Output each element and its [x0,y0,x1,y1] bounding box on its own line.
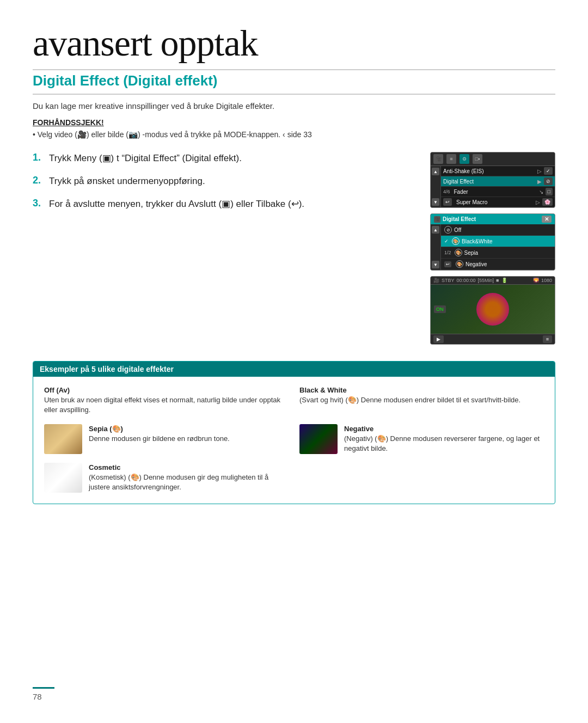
de-page-num: 1/2 [444,250,451,255]
cam-icon-mode: □▪ [473,154,482,164]
page-number: 78 [33,687,54,701]
de-negative-icon: 🎨 [456,260,463,268]
de-header: 🎥 Digital Effect ✕ [431,214,555,224]
cam-preview-mode: STBY [442,278,455,283]
cam-row-fader-page: 4/6 [443,189,450,194]
cam-preview-play-btn[interactable]: ▶ [433,335,444,343]
de-close-btn[interactable]: ✕ [542,216,552,223]
example-bw: Black & White (Svart og hvit) (🎨) Denne … [299,385,544,415]
cam-row-antishake-label: Anti-Shake (EIS) [443,168,535,174]
cam-down-arrow[interactable]: ▼ [432,198,439,206]
cam-row-fader-value: □ [546,188,553,195]
de-back-btn: ↩ [444,261,451,267]
example-off-text: Off (Av) Uten bruk av noen digital effek… [44,385,289,415]
page-subtitle: Digital Effect (Digital effekt) [33,72,555,95]
cam-row-antishake: Anti-Shake (EIS) ▷ ✓ [441,166,555,176]
cam-preview-icon: 🎥 [433,278,439,283]
precondition-heading: FORHÅNDSSJEKK! [33,118,555,127]
step-3-number: 3. [33,198,45,209]
example-negative-text: Negative (Negativ) (🎨) Denne modusen rev… [344,424,544,454]
de-up-arrow[interactable]: ▲ [432,226,439,234]
precondition-item: Velg video (🎥) eller bilde (📷) -modus ve… [33,130,555,139]
cam-preview-bottom: ▶ ≡ [431,334,555,344]
step-1-number: 1. [33,152,45,163]
intro-text: Du kan lage mer kreative innspillinger v… [33,101,555,111]
cam-preview-timecode: 00:00:00 [457,278,476,283]
step-1-text: Trykk Meny (▣) t “Digital Effect” (Digit… [49,152,242,165]
de-off-icon: ⊘ [444,226,452,234]
camera-menu-panel: 🎥 ≡ ⚙ □▪ ▲ ▼ Anti-Shake (EIS) ▷ ✓ [430,152,555,208]
examples-middle-row: Sepia (🎨) Denne modusen gir bildene en r… [44,424,544,454]
example-off-title: Off (Av) [44,385,289,395]
de-row-bw-label: Black&White [462,238,552,244]
cam-preview-on-badge: ON [434,305,446,313]
cam-preview-battery: 🔋 [501,278,507,283]
cam-row-supermacro-label: Super Macro [456,199,534,205]
cam-row-antishake-arrow: ▷ [537,168,542,174]
example-sepia-desc: Denne modusen gir bildene en rødbrun ton… [89,434,230,444]
step-2-text: Trykk på ønsket undermenyoppføring. [49,175,205,188]
step-3: 3. For å avslutte menyen, trykker du Avs… [33,198,414,211]
cam-preview-flower [476,293,509,326]
example-bw-desc: (Svart og hvit) (🎨) Denne modusen endrer… [299,395,520,405]
cam-row-fader-label: Fader [454,189,537,195]
example-negative-title: Negative [344,424,544,434]
examples-bottom-row: Cosmetic (Kosmetisk) (🎨) Denne modusen g… [44,463,544,493]
cam-top-bar: 🎥 ≡ ⚙ □▪ [431,152,555,166]
example-sepia-title: Sepia (🎨) [89,424,230,434]
example-cosmetic-text: Cosmetic (Kosmetisk) (🎨) Denne modusen g… [89,463,289,493]
cam-preview-menu-btn[interactable]: ≡ [543,335,552,343]
step-3-text: For å avslutte menyen, trykker du Avslut… [49,198,304,211]
cam-preview-indicator: ■ [496,278,499,283]
cam-row-supermacro: ↩ Super Macro ▷ 🌸 [441,197,555,207]
cam-row-fader-arrow: ↘ [539,189,543,195]
example-bw-text: Black & White (Svart og hvit) (🎨) Denne … [299,385,520,405]
page-title: avansert opptak [33,22,555,70]
example-off-desc: Uten bruk av noen digital effekt vises e… [44,395,289,415]
de-video-icon: 🎥 [434,216,440,223]
de-row-negative: ↩ 🎨 Negative [441,259,555,270]
example-negative-thumb [299,424,338,454]
cam-preview-duration: [55Min] [478,278,494,283]
step-2: 2. Trykk på ønsket undermenyoppføring. [33,175,414,188]
de-row-off-label: Off [454,227,552,233]
de-sepia-icon: 🎨 [455,249,462,256]
cam-row-antishake-value: ✓ [544,167,553,175]
example-bw-title: Black & White [299,385,520,395]
de-row-sepia-label: Sepia [464,250,552,256]
example-cosmetic-desc: (Kosmetisk) (🎨) Denne modusen gir deg mu… [89,473,289,492]
de-down-arrow[interactable]: ▼ [432,261,439,268]
examples-heading: Eksempler på 5 ulike digitale effekter [33,362,555,377]
cam-icon-video: 🎥 [433,154,443,164]
example-placeholder [299,463,544,493]
cam-row-supermacro-arrow: ▷ [536,199,540,205]
cam-up-arrow[interactable]: ▲ [432,168,439,175]
de-row-off: ⊘ Off [441,224,555,236]
cam-row-digitaleffect: Digital Effect ▶ ⊘ [441,176,555,187]
cam-icon-settings: ⚙ [460,154,469,164]
precondition-list: Velg video (🎥) eller bilde (📷) -modus ve… [33,130,555,139]
examples-box: Eksempler på 5 ulike digitale effekter O… [33,361,555,504]
de-bw-icon: 🎨 [452,237,460,245]
example-negative-desc: (Negativ) (🎨) Denne modusen reverserer f… [344,434,544,454]
cam-preview-content: ON [431,285,555,334]
example-sepia-thumb [44,424,82,454]
de-row-negative-label: Negative [465,261,552,267]
cam-preview-quality-icon: 🌄 [533,278,539,283]
camera-preview-panel: 🎥 STBY 00:00:00 [55Min] ■ 🔋 🌄 1080 ON ▶ … [430,276,555,345]
cam-row-digitaleffect-value: ⊘ [544,177,553,185]
example-cosmetic: Cosmetic (Kosmetisk) (🎨) Denne modusen g… [44,463,289,493]
de-row-sepia: 1/2 🎨 Sepia [441,247,555,259]
step-2-number: 2. [33,175,45,186]
de-row-bw: ✓ 🎨 Black&White [441,236,555,247]
cam-icon-menu: ≡ [446,154,456,164]
steps-column: 1. Trykk Meny (▣) t “Digital Effect” (Di… [33,152,414,345]
steps-and-ui: 1. Trykk Meny (▣) t “Digital Effect” (Di… [33,152,555,345]
example-cosmetic-thumb [44,463,82,493]
cam-row-fader: 4/6 Fader ↘ □ [441,187,555,197]
cam-row-digitaleffect-label: Digital Effect [443,179,535,185]
example-off: Off (Av) Uten bruk av noen digital effek… [44,385,289,415]
cam-back-btn: ↩ [443,198,452,206]
de-bw-check: ✓ [444,238,449,244]
cam-row-supermacro-value: 🌸 [542,198,553,206]
